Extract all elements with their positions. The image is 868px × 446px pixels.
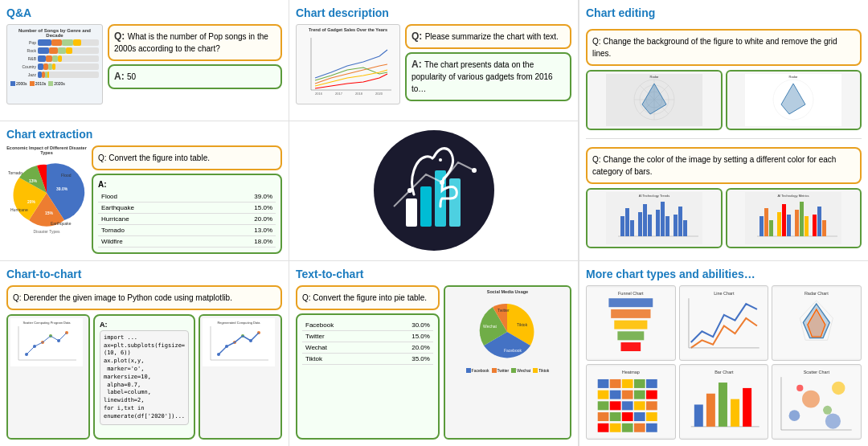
chart-desc-title: Chart description	[296, 6, 571, 19]
chart-to-chart-section: Chart-to-chart Q: Derender the given ima…	[0, 261, 289, 446]
svg-text:2017: 2017	[335, 92, 343, 96]
svg-rect-49	[822, 220, 826, 236]
svg-text:Facebook: Facebook	[504, 348, 522, 353]
svg-rect-46	[805, 216, 809, 236]
chart2chart-title: Chart-to-chart	[6, 268, 282, 280]
svg-text:Regenerated Computing Data: Regenerated Computing Data	[218, 321, 261, 325]
svg-rect-48	[817, 207, 821, 236]
llama-chart-logo	[370, 126, 498, 255]
svg-rect-130	[598, 423, 609, 432]
table-row: Wechat20.0%	[302, 342, 433, 353]
extraction-question: Q: Convert the figure into table.	[98, 153, 210, 162]
pie-chart-xlabel: Disaster Types	[34, 229, 60, 234]
svg-rect-45	[800, 202, 804, 236]
edit-q2-box: Q: Change the color of the image by sett…	[586, 147, 862, 184]
svg-rect-60	[420, 186, 432, 227]
svg-rect-33	[678, 207, 682, 236]
heatmap-item: Heatmap	[586, 364, 676, 440]
svg-text:Radar Chart: Radar Chart	[805, 291, 829, 296]
chart-desc-qanda: Q: Please summarize the chart with text.…	[405, 24, 571, 114]
text2chart-pie-output: Social Media Usage Tiktok Facebook Wecha…	[444, 285, 571, 440]
svg-rect-47	[813, 215, 817, 236]
table-row: R&B	[10, 55, 99, 62]
svg-rect-112	[622, 379, 633, 388]
svg-rect-113	[634, 379, 645, 388]
edit-images-2: AI Technology Trends	[586, 188, 862, 248]
extraction-answer-label: A:	[98, 180, 276, 189]
chart-editing-title: Chart editing	[586, 6, 862, 19]
svg-rect-117	[622, 391, 633, 399]
svg-rect-131	[610, 423, 621, 432]
svg-rect-122	[622, 401, 633, 410]
svg-text:2018: 2018	[355, 92, 363, 96]
svg-rect-42	[782, 204, 786, 236]
svg-rect-39	[764, 208, 768, 236]
text2chart-left: Q: Convert the figure into pie table. Fa…	[296, 285, 440, 440]
section-divider	[586, 138, 862, 139]
edit-q1-text: Q: Change the background of the figure t…	[592, 37, 837, 58]
table-row: Facebook30.0%	[302, 320, 433, 331]
edit-block-2: Q: Change the color of the image by sett…	[586, 147, 862, 248]
svg-text:Earthquake: Earthquake	[51, 221, 72, 226]
svg-text:Tornado: Tornado	[8, 170, 23, 175]
svg-text:20%: 20%	[27, 199, 36, 204]
qa-section: Q&A Number of Songs by Genre and Decade …	[0, 0, 289, 121]
scatter-chart-item: Scatter Chart	[772, 364, 862, 440]
svg-text:Scatter Computing Program Data: Scatter Computing Program Data	[23, 321, 71, 325]
bar-chart-title: Number of Songs by Genre and Decade	[10, 28, 99, 38]
svg-rect-26	[638, 212, 642, 236]
svg-rect-94	[611, 309, 650, 318]
svg-point-147	[823, 406, 832, 415]
svg-rect-43	[787, 215, 791, 236]
svg-rect-142	[743, 388, 751, 427]
text2chart-question-box: Q: Convert the figure into pie table.	[296, 285, 440, 310]
svg-text:Radar: Radar	[789, 75, 799, 79]
table-row: Rock	[10, 47, 99, 54]
pie-legend: Facebook Twitter Wechat Tiktok	[466, 368, 550, 373]
svg-rect-140	[719, 383, 727, 427]
edit-after-img-1: Radar	[726, 70, 862, 130]
svg-text:Hurricane: Hurricane	[10, 207, 28, 212]
center-logo-area	[289, 121, 579, 261]
svg-point-146	[802, 391, 820, 408]
svg-rect-125	[598, 412, 609, 421]
social-pie-title: Social Media Usage	[487, 289, 528, 294]
text-to-chart-section: Text-to-chart Q: Convert the figure into…	[289, 261, 579, 446]
funnel-chart-item: Funnel Chart	[586, 285, 676, 361]
svg-point-58	[374, 130, 494, 251]
question-box: Q: What is the number of Pop songs in th…	[108, 24, 282, 61]
svg-rect-95	[614, 320, 647, 329]
chart2chart-code-box: A: import ... ax=plt.subplots(figsize=(1…	[93, 314, 195, 440]
svg-rect-111	[610, 379, 621, 388]
svg-point-145	[789, 410, 800, 421]
svg-text:Wechat: Wechat	[483, 324, 497, 329]
svg-text:Tiktok: Tiktok	[517, 322, 528, 327]
qa-chart-area: Number of Songs by Genre and Decade Pop	[6, 24, 103, 114]
text2chart-table: Facebook30.0% Twitter15.0% Wechat20.0% T…	[302, 320, 433, 365]
extraction-answer-box: A: Flood39.0% Earthquake15.0% Hurricane2…	[92, 174, 282, 254]
bar-chart-item: Bar Chart	[679, 364, 769, 440]
code-output: import ... ax=plt.subplots(figsize=(10, …	[100, 330, 189, 425]
pie-chart-area: Economic Impact of Different Disaster Ty…	[6, 145, 87, 234]
svg-text:39.0%: 39.0%	[56, 186, 68, 191]
line-chart-item: Line Chart	[679, 285, 769, 361]
svg-rect-115	[598, 391, 609, 399]
svg-rect-32	[674, 215, 678, 236]
svg-rect-139	[706, 394, 715, 427]
svg-text:15%: 15%	[45, 211, 54, 215]
svg-text:Funnel Chart: Funnel Chart	[618, 291, 644, 296]
svg-rect-133	[634, 423, 645, 432]
svg-point-63	[439, 158, 442, 162]
logo	[370, 126, 498, 255]
svg-point-66	[472, 168, 477, 173]
svg-text:Radar: Radar	[649, 75, 659, 79]
pie-chart-title: Economic Impact of Different Disaster Ty…	[6, 145, 87, 155]
qa-title: Q&A	[6, 6, 282, 19]
svg-rect-121	[610, 401, 621, 410]
chart-legend: 2000s 2010s 2020s	[10, 81, 99, 86]
svg-rect-110	[598, 379, 609, 388]
edit-before-img-2: AI Technology Trends	[586, 188, 723, 248]
svg-rect-40	[769, 220, 773, 236]
svg-rect-27	[643, 204, 647, 236]
svg-rect-38	[760, 216, 764, 236]
